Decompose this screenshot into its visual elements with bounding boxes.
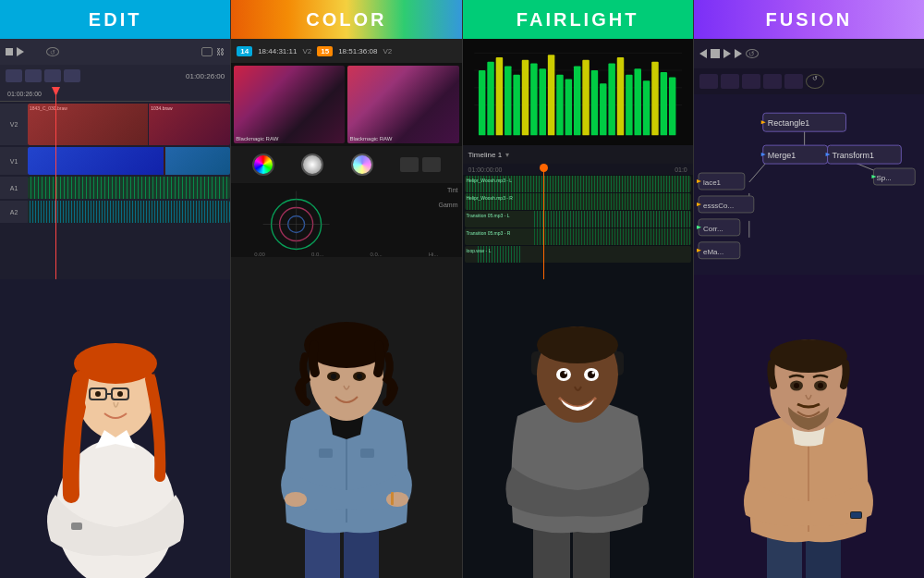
fusion-stop-icon[interactable] (711, 49, 720, 58)
tint-label: Tint (447, 187, 457, 193)
color-wheel-2[interactable] (301, 154, 323, 176)
color-header[interactable]: COLOR (231, 0, 461, 39)
person-edit-svg (23, 227, 208, 578)
svg-point-106 (770, 339, 847, 373)
svg-rect-56 (668, 78, 675, 136)
svg-point-28 (331, 374, 336, 379)
fusion-toolbar-2: ↺ (694, 68, 924, 94)
thumb-1[interactable]: Blackmagic RAW (234, 66, 345, 143)
chain-icon[interactable]: ⛓ (216, 47, 225, 56)
video-track-1: V2 1843_C_030.braw 1034.braw (0, 104, 230, 145)
audio-track-1: A1 (0, 177, 230, 199)
clip-v1-2[interactable] (165, 147, 231, 175)
svg-point-8 (117, 391, 123, 397)
svg-text:lace1: lace1 (703, 178, 722, 187)
skip-back-icon[interactable] (699, 49, 707, 58)
color-controls (231, 146, 461, 183)
svg-rect-55 (660, 72, 666, 135)
fusion-undo-icon[interactable]: ↺ (806, 74, 824, 89)
media-pool-icon[interactable] (6, 69, 22, 82)
panels-container: EDIT ↺ ⛓ 01:00:26:00 (0, 0, 924, 578)
fairlight-meters (463, 39, 693, 145)
skip-fwd-icon[interactable] (735, 49, 742, 58)
clip2-tc: 18:51:36:08 (338, 47, 377, 55)
svg-point-109 (794, 383, 799, 388)
clip-1034[interactable]: 1034.braw (149, 104, 230, 145)
panel-color: COLOR 14 18:44:31:11 V2 15 18:51:36:08 V… (231, 0, 462, 578)
person-color-svg (254, 208, 439, 578)
svg-rect-40 (530, 64, 537, 136)
clip2-version: V2 (383, 47, 392, 55)
svg-point-110 (818, 383, 823, 388)
svg-rect-22 (391, 492, 394, 505)
fairlight-label: FAIRLIGHT (517, 9, 639, 31)
svg-point-21 (386, 492, 408, 507)
clip1-badge: 14 (237, 46, 252, 56)
svg-rect-50 (616, 57, 623, 135)
edit-toolbar: ↺ ⛓ (0, 39, 230, 65)
fairlight-header[interactable]: FAIRLIGHT (463, 0, 693, 39)
clip-1843[interactable]: 1843_C_030.braw (28, 104, 148, 145)
audio-track-row-2: Helipr_Woosh.mp3 - R (463, 193, 693, 210)
effects-icon[interactable] (25, 69, 42, 82)
person-fusion-container (694, 227, 924, 578)
panel-edit: EDIT ↺ ⛓ 01:00:26:00 (0, 0, 231, 578)
fusion-label: FUSION (766, 9, 853, 31)
curves-icon[interactable] (400, 157, 419, 172)
thumb1-label: Blackmagic RAW (236, 136, 278, 141)
inspector-icon[interactable] (64, 69, 80, 82)
svg-point-7 (95, 391, 101, 397)
audio-track-row-1: Helipr_Woosh.mp3 - L (463, 176, 693, 192)
timeline-tc-bar: 01:00:00:00 01:0 (463, 164, 693, 175)
svg-rect-18 (319, 449, 333, 458)
clip-icon[interactable] (201, 47, 213, 56)
svg-text:Rectangle1: Rectangle1 (768, 118, 809, 128)
edit-header[interactable]: EDIT (0, 0, 230, 39)
svg-rect-45 (573, 66, 579, 135)
fusion-toolbar: ↺ (694, 39, 924, 68)
person-edit-container (0, 227, 230, 578)
color-topbar: 14 18:44:31:11 V2 15 18:51:36:08 V2 (231, 39, 461, 63)
gamma-label: Gamm (439, 202, 458, 208)
fusion-btn-2[interactable] (721, 74, 739, 89)
svg-rect-44 (565, 79, 571, 135)
svg-text:esssCo...: esssCo... (703, 202, 734, 210)
qualifier-icon[interactable] (422, 157, 441, 172)
timeline-ruler: 01:00:26:00 (0, 87, 230, 102)
fusion-btn-1[interactable] (699, 74, 718, 89)
color-wheel-3[interactable] (351, 154, 373, 176)
clip1-version: V2 (302, 47, 311, 55)
clip-v1-1[interactable] (28, 147, 164, 175)
stop-icon[interactable] (6, 48, 13, 55)
svg-rect-42 (547, 55, 553, 135)
svg-rect-37 (505, 66, 511, 135)
svg-rect-53 (642, 80, 649, 135)
fusion-play-icon[interactable] (723, 49, 731, 58)
svg-rect-49 (608, 64, 614, 136)
fusion-btn-3[interactable] (742, 74, 760, 89)
person-fairlight-container (463, 213, 693, 578)
color-label: COLOR (306, 9, 386, 31)
index-icon[interactable] (44, 69, 61, 82)
video-track-2: V1 (0, 147, 230, 175)
loop-icon[interactable]: ↺ (46, 47, 59, 56)
fusion-loop-icon[interactable]: ↺ (746, 49, 759, 58)
svg-text:Transform1: Transform1 (832, 151, 874, 160)
fusion-header[interactable]: FUSION (694, 0, 924, 39)
play-icon[interactable] (17, 47, 24, 56)
svg-point-63 (537, 326, 618, 363)
svg-rect-54 (651, 62, 658, 136)
svg-rect-9 (71, 523, 82, 530)
svg-rect-39 (521, 60, 528, 135)
thumb2-label: Blackmagic RAW (349, 136, 392, 141)
thumb-2[interactable]: Blackmagic RAW (347, 66, 458, 143)
fairlight-timeline-header: Timeline 1 ▾ (463, 145, 693, 164)
edit-toolbar-2: 01:00:26:00 (0, 65, 230, 87)
svg-rect-52 (634, 68, 640, 135)
fusion-btn-4[interactable] (763, 74, 782, 89)
color-wheel-1[interactable] (252, 154, 274, 176)
svg-text:Sp...: Sp... (876, 174, 891, 182)
svg-point-29 (357, 374, 362, 379)
svg-point-68 (565, 372, 567, 375)
fusion-btn-5[interactable] (784, 74, 803, 89)
